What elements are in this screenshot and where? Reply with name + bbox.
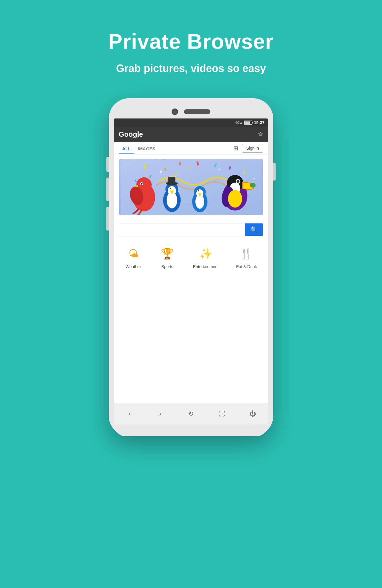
battery-icon <box>244 121 252 125</box>
svg-text:✦: ✦ <box>217 167 221 172</box>
sports-label: Sports <box>161 264 173 269</box>
screen-content-area <box>114 274 268 403</box>
svg-rect-22 <box>168 177 175 184</box>
status-icons: 4G▲ 19:37 <box>235 120 264 125</box>
google-doodle: ✦ ✦ ★ ✦ <box>119 159 263 215</box>
page-title: Private Browser <box>108 29 274 54</box>
food-label: Eat & Drink <box>236 264 257 269</box>
search-input[interactable] <box>119 223 245 236</box>
svg-point-37 <box>198 190 199 191</box>
status-bar: 4G▲ 19:37 <box>114 118 268 127</box>
back-button[interactable]: ‹ <box>123 408 135 420</box>
svg-point-13 <box>141 183 143 185</box>
power-button <box>273 163 276 181</box>
weather-label: Weather <box>125 264 141 269</box>
phone-screen: 4G▲ 19:37 Google ☆ ALL IMAGES ⊞ Sign in <box>114 118 268 403</box>
fullscreen-button[interactable]: ⛶ <box>216 408 228 420</box>
quick-link-entertainment[interactable]: ✨ Entertainment <box>193 245 219 269</box>
food-icon: 🍴 <box>238 245 255 262</box>
browser-header: Google ☆ <box>114 127 268 142</box>
svg-text:✦: ✦ <box>159 169 163 175</box>
tab-all[interactable]: ALL <box>119 142 134 154</box>
phone-top-bar <box>114 104 268 118</box>
svg-point-28 <box>237 180 239 183</box>
search-button[interactable]: 🔍 <box>245 223 263 236</box>
earpiece-speaker <box>184 109 210 114</box>
search-icon: 🔍 <box>250 226 258 233</box>
svg-text:✦: ✦ <box>253 177 255 180</box>
search-bar: 🔍 <box>119 223 263 236</box>
quick-link-sports[interactable]: 🏆 Sports <box>159 245 175 269</box>
svg-point-20 <box>170 188 171 189</box>
forward-button[interactable]: › <box>154 408 166 420</box>
front-camera <box>172 108 178 115</box>
battery-fill <box>245 121 250 124</box>
phone-chin <box>114 425 268 436</box>
signin-button[interactable]: Sign in <box>242 144 263 153</box>
svg-point-26 <box>250 183 256 188</box>
browser-title: Google <box>119 130 143 138</box>
sports-icon: 🏆 <box>159 245 175 262</box>
search-area: 🔍 <box>114 220 268 241</box>
quick-links: 🌤 Weather 🏆 Sports ✨ Entertainment 🍴 Eat… <box>114 241 268 274</box>
phone-device: 4G▲ 19:37 Google ☆ ALL IMAGES ⊞ Sign in <box>109 98 273 436</box>
phone-bottom-nav: ‹ › ↻ ⛶ ⏻ <box>114 403 268 425</box>
svg-point-31 <box>228 190 242 208</box>
quick-link-food[interactable]: 🍴 Eat & Drink <box>236 245 257 269</box>
refresh-button[interactable]: ↻ <box>185 408 197 420</box>
page-subtitle: Grab pictures, videos so easy <box>116 62 266 75</box>
doodle-area: ✦ ✦ ★ ✦ <box>114 154 268 220</box>
grid-view-button[interactable]: ⊞ <box>233 145 238 152</box>
svg-text:★: ★ <box>188 165 191 169</box>
power-nav-button[interactable]: ⏻ <box>247 408 259 420</box>
entertainment-icon: ✨ <box>197 245 214 262</box>
tabs-bar: ALL IMAGES ⊞ Sign in <box>114 142 268 154</box>
time-display: 19:37 <box>254 120 264 125</box>
entertainment-label: Entertainment <box>193 264 219 269</box>
camera-button <box>106 207 109 230</box>
quick-link-weather[interactable]: 🌤 Weather <box>125 245 142 269</box>
bookmark-star-button[interactable]: ☆ <box>257 131 263 138</box>
tab-images[interactable]: IMAGES <box>134 142 159 154</box>
volume-up-button <box>106 157 109 172</box>
signal-icon: 4G▲ <box>235 121 243 124</box>
volume-down-button <box>106 178 109 201</box>
weather-icon: 🌤 <box>125 245 142 262</box>
